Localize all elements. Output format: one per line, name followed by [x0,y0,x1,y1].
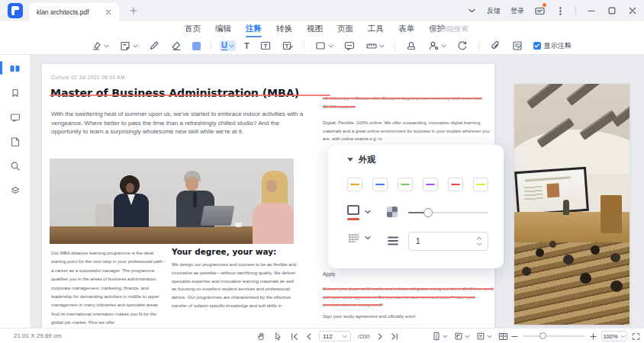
struck-text-annotation[interactable]: #1 University in Europe: Join Europe's l… [323,96,482,109]
chevron-down-icon [465,335,470,338]
close-window-button[interactable] [627,5,638,16]
tab-close-icon[interactable] [105,9,111,15]
new-tab-button[interactable] [130,7,137,14]
add-text-tool[interactable]: T [243,41,251,51]
ribbon-tab[interactable]: 工具 [366,22,385,37]
feedback-button[interactable]: 反馈 [487,6,501,16]
appearance-section-toggle[interactable]: 外观 [347,154,375,165]
pencil-tool[interactable] [147,39,162,53]
color-swatch-option[interactable] [473,178,488,191]
chevron-down-icon[interactable] [365,236,371,240]
article-left-column: Our MBA distance learning programme is t… [51,249,167,328]
sidebar-item-search[interactable] [6,157,24,175]
text-box-tool[interactable] [258,39,273,53]
message-icon[interactable] [534,5,545,16]
left-panel-sidebar [0,55,31,328]
spinner-up-icon[interactable] [476,236,482,240]
page-number-field[interactable]: 112 [319,331,351,341]
notes-tool[interactable] [510,39,525,53]
select-cursor-button[interactable] [273,332,283,341]
color-swatch-option[interactable] [372,178,388,191]
prev-page-button[interactable] [305,332,312,341]
article-title: Master of Business Administration (MBA) [50,87,339,99]
current-color-icon [347,205,359,215]
meeting-photo [50,159,294,244]
eraser-tool[interactable] [169,39,184,53]
dashed-line-style-icon [347,232,360,244]
pencil-icon [148,40,160,52]
sidebar-item-comments[interactable] [6,108,24,126]
sidebar-item-stamps[interactable] [6,181,24,199]
more-icon[interactable] [555,5,565,16]
search-icon [9,160,21,172]
zoom-level-field[interactable]: 100% [601,331,627,341]
annotation-toolbar: U T [0,37,644,55]
titlebar-chevron-down-icon[interactable] [466,5,477,16]
ribbon-tab[interactable]: 转换 [275,22,294,37]
bookmarks-icon [9,87,21,99]
ribbon-tab[interactable]: 注释 [244,22,263,37]
pdf-page-2-lecture-photo[interactable] [514,84,630,325]
chevron-down-icon[interactable] [365,210,371,214]
sidebar-item-thumbnails[interactable] [6,59,24,77]
attachment-tool[interactable] [488,39,503,53]
fit-width-view-button[interactable] [454,332,470,341]
sidebar-item-attachments[interactable] [6,133,24,150]
single-page-view-button[interactable] [432,332,448,341]
line-width-input[interactable] [409,237,462,245]
zoom-in-button[interactable] [590,333,597,340]
zoom-slider-thumb[interactable] [539,332,546,339]
measure-tool[interactable] [364,39,386,53]
stamps-icon [9,184,21,197]
underline-tool[interactable]: U [220,40,236,51]
color-swatch-option[interactable] [423,178,438,191]
statusbar: 21.01 X 29.69 cm 112 /200 100% [0,328,644,343]
shapes-tool[interactable] [313,39,335,53]
spinner-down-icon[interactable] [476,242,482,246]
login-button[interactable]: 登录 [510,6,524,16]
opacity-slider[interactable] [408,212,488,213]
rotate-tool[interactable] [455,39,470,53]
fullscreen-button[interactable] [632,332,640,341]
toolbar-divider [211,41,211,51]
minimize-button[interactable] [586,5,597,16]
document-view-area[interactable]: Culture 02 Jul 2021 06:00 AM Master of B… [31,55,644,328]
signature-tool[interactable] [426,39,448,53]
chevron-down-icon [443,335,448,338]
chevron-down-icon[interactable] [342,335,347,338]
document-tab[interactable]: klan architects.pdf [29,3,119,21]
sidebar-item-bookmarks[interactable] [6,84,24,101]
last-page-button[interactable] [391,332,399,341]
ribbon-tab[interactable]: 视图 [305,22,324,37]
next-page-button[interactable] [377,332,384,341]
highlighter-tool[interactable] [89,39,111,53]
ribbon-tab[interactable]: 表单 [397,22,416,37]
stamp-tool[interactable] [404,39,419,53]
first-page-button[interactable] [290,332,298,341]
color-swatch-option[interactable] [448,178,463,191]
strikethrough-annotation[interactable] [50,95,330,96]
hand-tool-button[interactable] [256,332,266,341]
opacity-slider-thumb[interactable] [423,208,433,217]
ribbon-tab[interactable]: 首页 [183,22,202,37]
actual-size-view-button[interactable] [476,332,492,341]
maximize-button[interactable] [607,5,617,16]
ribbon-tab[interactable]: 页面 [336,22,355,37]
zoom-out-button[interactable] [511,333,518,340]
sticky-note-tool[interactable] [118,39,140,53]
two-page-view-button[interactable] [498,332,508,341]
struck-text-annotation[interactable]: Secure your place at IU easily and witho… [323,287,494,307]
feature-search[interactable]: 功能搜索 [427,21,469,37]
aside-apply-label: Apply [323,271,335,277]
ribbon-tab[interactable]: 编辑 [214,22,233,37]
line-width-field[interactable] [408,232,488,251]
text-callout-tool[interactable] [280,39,295,53]
page-number-value[interactable]: 112 [323,333,339,340]
comment-tool[interactable] [342,39,357,53]
color-swatch-option[interactable] [398,178,413,191]
chevron-down-icon[interactable] [620,335,626,338]
zoom-slider[interactable] [523,335,585,337]
color-swatch-tool[interactable] [191,41,202,51]
color-swatch-option[interactable] [347,178,362,191]
show-comments-toggle[interactable]: 显示注释 [533,41,572,51]
